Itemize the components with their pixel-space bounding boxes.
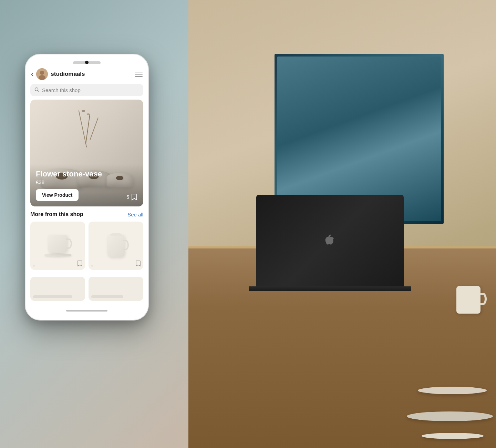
nav-profile[interactable]: studiomaals [36,68,135,80]
phone-nav: ‹ studiomaals [25,66,148,83]
product-grid-partial [25,277,148,306]
search-placeholder: Search this shop [42,87,81,93]
phone-top-bar [25,61,148,66]
back-button[interactable]: ‹ [31,70,33,79]
more-section-title: More from this shop [30,211,83,217]
bg-right [188,0,496,448]
shop-name-label: studiomaals [51,71,85,78]
apple-logo-icon [325,235,335,247]
thumb-bookmark-icon-1[interactable] [77,260,82,267]
ceramic-dish-1 [418,387,487,394]
laptop-screen [256,195,404,286]
thumb-cup [48,235,67,252]
bookmark-icon [131,193,138,201]
main-product-card[interactable]: Flower stone-vase €38 View Product 5 [30,100,143,206]
avatar [36,68,48,80]
product-title: Flower stone-vase [36,170,138,179]
svg-line-4 [38,91,39,92]
product-grid [30,222,143,270]
view-product-button[interactable]: View Product [36,189,79,201]
search-icon [34,87,39,93]
thumb-bottom-2 [89,257,143,270]
thumb-bottom-1 [30,257,85,270]
avatar-icon [36,68,48,80]
thumb-jug [107,235,125,257]
menu-button[interactable] [135,72,143,77]
bookmark-counter: 5 [126,193,138,201]
more-header: More from this shop See all [30,211,143,217]
laptop-base [249,286,411,291]
flower-stems [81,110,101,155]
partial-thumb-1[interactable] [30,277,85,301]
see-all-link[interactable]: See all [127,212,143,217]
phone-body: ‹ studiomaals [25,54,149,320]
product-thumb-1[interactable] [30,222,85,270]
home-indicator [66,310,107,312]
ceramic-dish-3 [422,433,484,439]
thumb-saucer [44,253,72,257]
ceramic-dish-2 [407,411,493,421]
bookmark-count: 5 [126,194,129,200]
laptop [256,195,404,291]
search-bar[interactable]: Search this shop [30,84,143,96]
thumb-bookmark-icon-2[interactable] [135,260,141,267]
partial-thumb-2[interactable] [89,277,143,301]
more-section: More from this shop See all [25,206,148,273]
table-mug [456,286,480,314]
product-price: €38 [36,179,138,185]
svg-point-1 [40,71,44,75]
product-thumb-2[interactable] [89,222,143,270]
phone-mockup: ‹ studiomaals [25,54,149,320]
phone-camera [85,61,89,64]
